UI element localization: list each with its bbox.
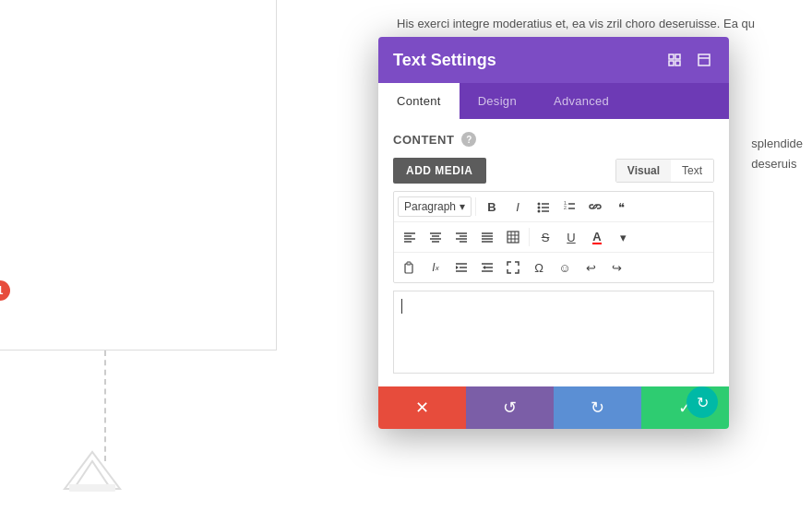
- tab-design[interactable]: Design: [460, 83, 535, 119]
- resize-icon[interactable]: [664, 50, 685, 70]
- format-row-2: S U A ▾: [394, 222, 713, 253]
- underline-button[interactable]: U: [559, 225, 583, 249]
- corner-icon: [55, 443, 129, 502]
- svg-point-9: [538, 203, 541, 206]
- undo-icon: ↺: [503, 398, 517, 418]
- clear-format-button[interactable]: Ix: [424, 256, 448, 279]
- svg-rect-3: [669, 54, 674, 59]
- modal-tabs: Content Design Advanced: [378, 83, 729, 119]
- modal-title: Text Settings: [393, 51, 496, 70]
- color-dropdown-button[interactable]: ▾: [611, 225, 635, 249]
- svg-rect-35: [508, 232, 519, 243]
- svg-text:2.: 2.: [564, 205, 567, 210]
- text-settings-modal: Text Settings Content Design Advanced: [378, 37, 729, 429]
- text-button[interactable]: Text: [671, 160, 713, 182]
- svg-rect-7: [699, 54, 710, 65]
- link-button[interactable]: [583, 195, 607, 219]
- svg-point-11: [538, 207, 541, 209]
- separator-2: [529, 228, 530, 246]
- format-row-3: Ix Ω ☺ ↩ ↪: [394, 253, 713, 282]
- svg-marker-48: [483, 266, 485, 269]
- undo-editor-button[interactable]: ↩: [579, 256, 603, 279]
- emoji-button[interactable]: ☺: [553, 256, 577, 279]
- visual-button[interactable]: Visual: [616, 160, 671, 182]
- tab-advanced[interactable]: Advanced: [535, 83, 627, 119]
- svg-rect-5: [669, 61, 674, 65]
- cancel-icon: ✕: [415, 398, 429, 418]
- bg-text-line-1: His exerci integre moderatius et, ea vis…: [397, 14, 803, 34]
- fullscreen-button[interactable]: [501, 256, 525, 279]
- paste-button[interactable]: [398, 256, 422, 279]
- format-row-1: Paragraph ▾ B I 1.2. ❝: [394, 192, 713, 222]
- modal-header: Text Settings: [378, 37, 729, 83]
- refresh-button[interactable]: ↻: [687, 386, 718, 418]
- text-editor-area[interactable]: [393, 291, 714, 374]
- svg-rect-2: [69, 484, 115, 492]
- paragraph-dropdown-arrow: ▾: [460, 200, 465, 213]
- modal-header-icons: [664, 50, 714, 70]
- content-label-row: Content ?: [393, 132, 714, 147]
- bold-button[interactable]: B: [480, 195, 504, 219]
- paragraph-label: Paragraph: [404, 200, 456, 213]
- align-right-button[interactable]: [449, 225, 473, 249]
- justify-button[interactable]: [475, 225, 499, 249]
- bg-text-splendide: splendide: [751, 134, 803, 154]
- align-left-button[interactable]: [398, 225, 422, 249]
- table-button[interactable]: [501, 225, 525, 249]
- special-char-button[interactable]: Ω: [527, 256, 551, 279]
- undo-button[interactable]: ↺: [466, 386, 554, 429]
- tab-content[interactable]: Content: [378, 83, 460, 119]
- cancel-button[interactable]: ✕: [378, 386, 466, 429]
- expand-icon[interactable]: [694, 50, 714, 70]
- svg-rect-41: [407, 262, 411, 265]
- bg-text-right: splendide deseruis: [751, 134, 803, 174]
- text-cursor: [401, 299, 402, 314]
- redo-icon: ↻: [591, 398, 604, 418]
- add-media-button[interactable]: ADD MEDIA: [393, 158, 486, 184]
- align-center-button[interactable]: [424, 225, 448, 249]
- indent-out-button[interactable]: [449, 256, 473, 279]
- svg-point-13: [538, 210, 541, 213]
- strikethrough-button[interactable]: S: [533, 225, 557, 249]
- ordered-list-button[interactable]: 1.2.: [557, 195, 581, 219]
- format-toolbar: Paragraph ▾ B I 1.2. ❝: [393, 191, 714, 283]
- svg-rect-6: [675, 61, 680, 65]
- bg-text-deseruis: deseruis: [751, 154, 803, 174]
- italic-button[interactable]: I: [506, 195, 530, 219]
- modal-body: Content ? ADD MEDIA Visual Text Paragrap…: [378, 119, 729, 386]
- separator-1: [475, 197, 476, 216]
- modal-footer: ✕ ↺ ↻ ✓: [378, 386, 729, 429]
- content-section-label: Content: [393, 133, 454, 147]
- refresh-container: ↻: [687, 386, 718, 418]
- paragraph-select[interactable]: Paragraph ▾: [398, 196, 472, 217]
- unordered-list-button[interactable]: [531, 195, 555, 219]
- svg-marker-44: [456, 266, 459, 269]
- redo-button[interactable]: ↻: [554, 386, 641, 429]
- blockquote-button[interactable]: ❝: [609, 195, 633, 219]
- help-icon[interactable]: ?: [461, 132, 476, 147]
- text-color-button[interactable]: A: [585, 225, 609, 249]
- redo-editor-button[interactable]: ↪: [604, 256, 628, 279]
- dashed-line-1: [104, 351, 106, 461]
- editor-top-toolbar: ADD MEDIA Visual Text: [393, 158, 714, 184]
- svg-rect-4: [675, 54, 680, 59]
- indent-in-button[interactable]: [475, 256, 499, 279]
- svg-marker-0: [65, 452, 120, 489]
- visual-text-toggle: Visual Text: [615, 159, 714, 183]
- left-panel: [0, 0, 277, 351]
